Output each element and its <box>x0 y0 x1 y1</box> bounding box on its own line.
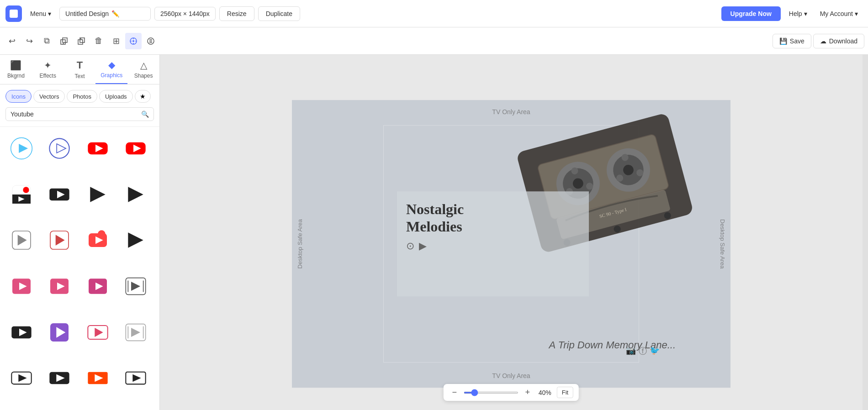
facebook-icon[interactable]: ⓕ <box>639 346 647 357</box>
dimensions-button[interactable]: 2560px × 1440px <box>154 7 216 21</box>
save-icon: 💾 <box>779 37 787 45</box>
icon-item[interactable] <box>5 316 37 348</box>
document-title: Untitled Design <box>65 10 109 17</box>
icon-item[interactable] <box>43 362 75 394</box>
grid-button[interactable]: ⊞ <box>108 33 124 49</box>
svg-marker-34 <box>128 233 143 248</box>
help-button[interactable]: Help ▾ <box>784 7 812 20</box>
icon-item[interactable] <box>82 179 114 210</box>
twitter-icon[interactable]: 🐦 <box>650 346 660 357</box>
icon-item[interactable] <box>120 362 152 394</box>
icon-item[interactable] <box>5 362 37 394</box>
snap-button[interactable] <box>125 33 142 49</box>
spotify-icon[interactable]: ⊙ <box>406 240 414 252</box>
zoom-minus-button[interactable]: − <box>449 387 460 398</box>
send-backward-button[interactable] <box>56 33 72 49</box>
cat-tab-favorites[interactable]: ★ <box>135 90 151 103</box>
svg-point-5 <box>132 40 134 42</box>
content-box: NostalgicMelodies ⊙ ▶ <box>397 191 589 296</box>
icon-item[interactable] <box>120 316 152 348</box>
icon-grid <box>0 127 159 410</box>
duplicate-button[interactable]: Duplicate <box>258 6 300 21</box>
bkgrnd-icon: ⬛ <box>10 60 21 71</box>
icon-item[interactable] <box>120 270 152 302</box>
help-label: Help <box>789 10 802 17</box>
icon-item[interactable] <box>43 270 75 302</box>
icon-item[interactable] <box>82 224 114 256</box>
instagram-icon[interactable]: 📷 <box>626 346 636 357</box>
account-label: My Account <box>820 10 853 17</box>
icon-item[interactable] <box>120 179 152 210</box>
search-icon[interactable]: 🔍 <box>141 110 149 118</box>
icon-item[interactable] <box>82 316 114 348</box>
icon-item[interactable] <box>5 270 37 302</box>
icon-item[interactable] <box>43 316 75 348</box>
bkgrnd-label: Bkgrnd <box>7 73 25 79</box>
shapes-icon: △ <box>140 60 147 71</box>
canvas[interactable]: TV Only Area TV Only Area Desktop Safe A… <box>292 100 730 388</box>
undo-button[interactable]: ↩ <box>4 33 20 49</box>
cat-tab-uploads[interactable]: Uploads <box>99 90 133 103</box>
resize-button[interactable]: Resize <box>219 6 254 21</box>
bring-forward-button[interactable] <box>73 33 90 49</box>
search-input[interactable] <box>11 110 141 118</box>
icon-item[interactable] <box>82 270 114 302</box>
icon-item[interactable] <box>5 132 37 164</box>
cat-tab-photos[interactable]: Photos <box>67 90 97 103</box>
tab-text[interactable]: T Text <box>64 55 96 84</box>
main: ⬛ Bkgrnd ✦ Effects T Text ◆ Graphics △ S… <box>0 55 868 410</box>
download-cloud-icon: ☁ <box>820 37 826 45</box>
social-icons-row: ⊙ ▶ <box>406 240 580 252</box>
icon-item[interactable] <box>82 362 114 394</box>
youtube-icon[interactable]: ▶ <box>419 240 427 252</box>
svg-marker-28 <box>18 235 27 246</box>
icon-item[interactable] <box>120 224 152 256</box>
title-area[interactable]: Untitled Design ✏️ <box>59 7 151 21</box>
fit-button[interactable]: Fit <box>557 387 573 398</box>
save-button[interactable]: 💾 Save <box>773 34 811 48</box>
redo-button[interactable]: ↪ <box>21 33 37 49</box>
cat-tab-icons[interactable]: Icons <box>5 90 32 103</box>
svg-point-32 <box>98 231 106 238</box>
copy-button[interactable]: ⧉ <box>38 33 55 49</box>
icon-item[interactable] <box>43 132 75 164</box>
account-button[interactable]: My Account ▾ <box>815 7 863 20</box>
save-label: Save <box>790 37 804 45</box>
icon-item[interactable] <box>5 179 37 210</box>
icon-item[interactable] <box>43 179 75 210</box>
menu-button[interactable]: Menu ▾ <box>26 7 56 20</box>
icon-item[interactable] <box>5 224 37 256</box>
toolbar: ↩ ↪ ⧉ 🗑 ⊞ 💾 Save ☁ Download <box>0 27 868 55</box>
zoom-plus-button[interactable]: + <box>522 387 533 398</box>
download-label: Download <box>829 37 857 45</box>
svg-rect-2 <box>78 40 83 44</box>
svg-marker-56 <box>18 374 26 382</box>
align-button[interactable] <box>143 33 159 49</box>
menu-chevron-icon: ▾ <box>48 10 51 17</box>
svg-marker-26 <box>128 187 143 202</box>
zoom-slider[interactable] <box>464 392 519 394</box>
tab-effects[interactable]: ✦ Effects <box>32 55 64 84</box>
canvas-wrapper: TV Only Area TV Only Area Desktop Safe A… <box>292 100 730 388</box>
icon-item[interactable] <box>82 132 114 164</box>
tab-shapes[interactable]: △ Shapes <box>127 55 159 84</box>
graphics-icon: ◆ <box>108 59 115 70</box>
cat-tab-vectors[interactable]: Vectors <box>33 90 65 103</box>
logo-inner <box>10 10 18 18</box>
right-scrollbar[interactable] <box>863 55 868 410</box>
tab-graphics[interactable]: ◆ Graphics <box>95 55 127 84</box>
download-button[interactable]: ☁ Download <box>813 34 864 48</box>
toolbar-right: 💾 Save ☁ Download <box>773 34 864 48</box>
tv-only-area-bottom-label: TV Only Area <box>492 372 530 379</box>
social-icons-right: 📷 ⓕ 🐦 <box>626 346 660 357</box>
icon-item[interactable] <box>43 224 75 256</box>
tab-bkgrnd[interactable]: ⬛ Bkgrnd <box>0 55 32 84</box>
shapes-label: Shapes <box>134 73 153 79</box>
upgrade-button[interactable]: Upgrade Now <box>721 6 781 21</box>
search-area: Icons Vectors Photos Uploads ★ 🔍 <box>0 84 159 127</box>
delete-button[interactable]: 🗑 <box>90 33 107 49</box>
graphics-label: Graphics <box>101 72 122 79</box>
canvas-area[interactable]: TV Only Area TV Only Area Desktop Safe A… <box>160 55 863 410</box>
icon-item[interactable] <box>120 132 152 164</box>
menu-label: Menu <box>30 10 46 17</box>
